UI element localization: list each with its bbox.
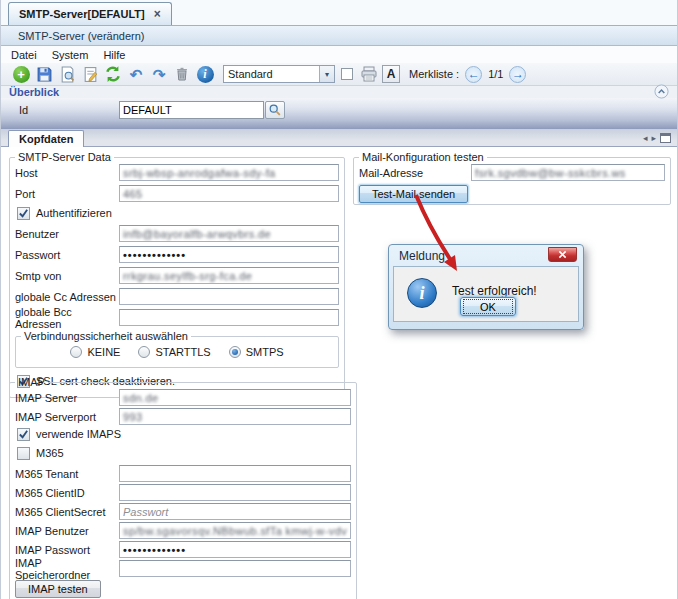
imap-testen-row: IMAP testen	[15, 580, 351, 598]
info-dialog-icon: i	[407, 278, 437, 308]
dialog-close-icon[interactable]	[548, 247, 577, 262]
passwort-row: Passwort •••••••••••••	[15, 246, 339, 263]
dialog-title: Meldung	[399, 249, 445, 263]
overview-title: Überblick	[9, 86, 59, 98]
overview-id-row: Id	[1, 98, 677, 129]
maximize-tab-icon[interactable]	[660, 133, 671, 143]
radio-smtps-circle[interactable]	[229, 346, 241, 358]
m365-clientid-row: M365 ClientID	[15, 484, 351, 501]
m365-tenant-input[interactable]	[119, 465, 351, 482]
m365-clientsecret-label: M365 ClientSecret	[15, 506, 119, 518]
id-input[interactable]	[119, 101, 264, 119]
merkliste-page-indicator: 1/1	[488, 68, 503, 80]
menu-bar: Datei System Hilfe	[1, 46, 677, 63]
merkliste-back-icon[interactable]: ←	[465, 66, 482, 83]
m365-label: M365	[36, 447, 64, 459]
combobox-dropdown-icon[interactable]: ▾	[319, 66, 334, 82]
authentifizieren-row: Authentifizieren	[17, 206, 339, 220]
font-icon[interactable]: A	[382, 65, 400, 83]
menu-system[interactable]: System	[52, 48, 98, 62]
host-row: Host srbj-wbsp-anrodgafwa-sdy-fa	[15, 164, 339, 181]
m365-clientid-input[interactable]	[119, 484, 351, 501]
dialog-ok-button[interactable]: OK	[460, 297, 516, 316]
dialog-ok-label: OK	[463, 299, 513, 314]
window-title-bar: SMTP-Server (verändern)	[1, 26, 677, 46]
verbindungssicherheit-title: Verbindungssicherheit auswählen	[21, 330, 191, 342]
delete-icon[interactable]	[172, 64, 192, 84]
tab-kopfdaten[interactable]: Kopfdaten	[8, 130, 84, 147]
imap-passwort-label: IMAP Passwort	[15, 544, 119, 556]
mail-adresse-input[interactable]: fsrk.sgvdbw@bw-sskcbrs.ws	[471, 164, 665, 181]
host-input[interactable]: srbj-wbsp-anrodgafwa-sdy-fa	[119, 164, 339, 181]
redo-icon[interactable]: ↷	[149, 64, 169, 84]
imap-testen-button[interactable]: IMAP testen	[15, 580, 101, 598]
menu-datei[interactable]: Datei	[11, 48, 46, 62]
imap-serverport-row: IMAP Serverport 993	[15, 408, 351, 425]
benutzer-label: Benutzer	[15, 228, 119, 240]
benutzer-row: Benutzer infb@bayoralfb-arwqvbrs.de	[15, 225, 339, 242]
globale-bcc-row: globale Bcc Adressen	[15, 309, 339, 326]
smtp-server-data-group: SMTP-Server Data Host srbj-wbsp-anrodgaf…	[9, 151, 345, 398]
collapse-section-icon[interactable]	[654, 84, 669, 99]
refresh-icon[interactable]	[103, 64, 123, 84]
meldung-dialog: Meldung i Test erfolgreich! OK	[388, 244, 584, 330]
passwort-input[interactable]: •••••••••••••	[119, 246, 339, 263]
imap-server-row: IMAP Server sdn.de	[15, 389, 351, 406]
imap-serverport-input[interactable]: 993	[119, 408, 351, 425]
imap-benutzer-input[interactable]: sp/bw.sgavorsqv.NBbwub.sfTa kmwj-w-vdv	[119, 522, 351, 539]
security-radio-group: KEINE STARTTLS SMTPS	[21, 343, 333, 363]
kopfdaten-panel: SMTP-Server Data Host srbj-wbsp-anrodgaf…	[1, 147, 677, 599]
verwende-imaps-checkbox[interactable]	[17, 428, 30, 441]
verwende-imaps-label: verwende IMAPS	[36, 428, 121, 440]
imap-speicherordner-input[interactable]	[119, 560, 351, 577]
test-mail-senden-button[interactable]: Test-Mail senden	[359, 185, 468, 203]
benutzer-input[interactable]: infb@bayoralfb-arwqvbrs.de	[119, 225, 339, 242]
globale-bcc-label: globale Bcc Adressen	[15, 306, 119, 330]
radio-keine-label: KEINE	[87, 346, 120, 358]
merkliste-forward-icon[interactable]: →	[509, 66, 526, 83]
info-icon[interactable]: i	[195, 64, 215, 84]
preview-icon[interactable]	[57, 64, 77, 84]
radio-smtps-label: SMTPS	[246, 346, 284, 358]
globale-bcc-input[interactable]	[119, 309, 339, 326]
m365-tenant-label: M365 Tenant	[15, 468, 119, 480]
globale-cc-row: globale Cc Adressen	[15, 288, 339, 305]
save-icon[interactable]	[34, 64, 54, 84]
add-icon[interactable]: +	[11, 64, 31, 84]
globale-cc-input[interactable]	[119, 288, 339, 305]
smtp-von-row: Smtp von rrkgrau.seylfb-srg-fca.de	[15, 267, 339, 284]
imap-passwort-input[interactable]: •••••••••••••	[119, 541, 351, 558]
tab-scroll-left-icon[interactable]: ◂	[643, 133, 648, 143]
m365-checkbox[interactable]	[17, 447, 30, 460]
smtp-von-input[interactable]: rrkgrau.seylfb-srg-fca.de	[119, 267, 339, 284]
window-title: SMTP-Server (verändern)	[18, 30, 145, 42]
radio-smtps[interactable]: SMTPS	[229, 346, 284, 358]
globale-cc-label: globale Cc Adressen	[15, 291, 119, 303]
menu-hilfe[interactable]: Hilfe	[103, 48, 134, 62]
imap-server-input[interactable]: sdn.de	[119, 389, 351, 406]
dialog-title-bar[interactable]: Meldung	[393, 245, 579, 266]
imap-benutzer-row: IMAP Benutzer sp/bw.sgavorsqv.NBbwub.sfT…	[15, 522, 351, 539]
undo-icon[interactable]: ↶	[126, 64, 146, 84]
radio-keine-circle[interactable]	[70, 346, 82, 358]
radio-starttls[interactable]: STARTTLS	[138, 346, 210, 358]
print-icon[interactable]	[359, 64, 379, 84]
radio-starttls-circle[interactable]	[138, 346, 150, 358]
port-row: Port 465	[15, 185, 339, 202]
edit-icon[interactable]	[80, 64, 100, 84]
mail-konfiguration-group: Mail-Konfiguration testen Mail-Adresse f…	[353, 151, 671, 205]
m365-clientsecret-input[interactable]	[119, 503, 351, 520]
document-tab-smtp-server[interactable]: SMTP-Server[DEFAULT] ×	[8, 2, 172, 25]
tab-close-icon[interactable]: ×	[154, 9, 161, 19]
m365-tenant-row: M365 Tenant	[15, 465, 351, 482]
radio-keine[interactable]: KEINE	[70, 346, 120, 358]
app-window: SMTP-Server[DEFAULT] × SMTP-Server (verä…	[0, 0, 678, 599]
imap-passwort-row: IMAP Passwort •••••••••••••	[15, 541, 351, 558]
id-search-button[interactable]	[265, 101, 285, 119]
mail-adresse-label: Mail-Adresse	[359, 167, 471, 179]
tab-scroll-right-icon[interactable]: ▸	[651, 133, 656, 143]
toolbar-checkbox[interactable]	[341, 68, 353, 80]
standard-combobox[interactable]: Standard ▾	[223, 65, 335, 83]
authentifizieren-checkbox[interactable]	[17, 207, 30, 220]
port-input[interactable]: 465	[119, 185, 339, 202]
